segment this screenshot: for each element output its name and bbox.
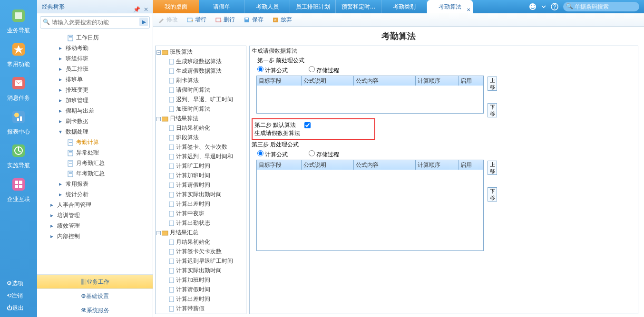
tree-branch[interactable]: ▸员工排班 [37, 64, 153, 74]
algo-folder[interactable]: −班段算法 [156, 47, 246, 57]
addrow-button[interactable]: +增行 [186, 16, 206, 24]
algo-item[interactable]: 计算签卡欠卡次数 [156, 247, 246, 256]
discard-button[interactable]: 放弃 [272, 16, 292, 24]
tree-branch[interactable]: ▸加班管理 [37, 95, 153, 106]
tab[interactable]: 考勤人员 [244, 0, 290, 13]
tab[interactable]: 员工排班计划 [290, 0, 336, 13]
tab[interactable]: 考勤算法✕ [427, 0, 473, 13]
algo-item[interactable]: 计算结算年假 [156, 313, 246, 314]
close-icon[interactable]: ✕ [142, 3, 150, 10]
algo-item[interactable]: 计算加班时间 [156, 171, 246, 180]
tree-branch[interactable]: ▸内部控制 [37, 231, 153, 241]
post-formula-table[interactable]: 目标字段 公式说明 公式内容 计算顺序 启用 [256, 160, 484, 251]
search-go-icon[interactable]: ▶ [139, 18, 148, 26]
algo-item[interactable]: 计算签卡、欠卡次数 [156, 142, 246, 152]
sidebar-footer-biz[interactable]: ▥业务工作 [37, 274, 153, 288]
search-input[interactable] [40, 16, 150, 29]
tree-branch[interactable]: ▸统计分析 [37, 189, 153, 200]
tab[interactable]: 请假单 [199, 0, 244, 13]
move-down-button[interactable]: 下移 [488, 187, 497, 202]
sidebar-footer-sys[interactable]: 🛠系统服务 [37, 303, 153, 317]
minus-icon[interactable]: − [156, 117, 161, 121]
table-body[interactable] [257, 170, 483, 250]
minus-icon[interactable]: − [156, 231, 161, 235]
algo-item[interactable]: 加班时间算法 [156, 104, 246, 114]
algo-item[interactable]: 计算迟到、早退时间和 [156, 152, 246, 161]
delrow-button[interactable]: −删行 [215, 16, 235, 24]
algo-item[interactable]: 计算请假时间 [156, 285, 246, 294]
table-body[interactable] [257, 86, 483, 113]
algo-item[interactable]: 计算实际出勤时间 [156, 190, 246, 199]
close-icon[interactable]: ✕ [467, 3, 470, 17]
algo-item[interactable]: 请假时间算法 [156, 85, 246, 95]
algo-item[interactable]: 班段算法 [156, 133, 246, 142]
tree-leaf[interactable]: 年考勤汇总 [37, 168, 153, 179]
pin-icon[interactable]: 📌 [133, 3, 140, 10]
radio-formula-2-input[interactable] [257, 150, 263, 156]
algo-item[interactable]: 生成请假数据算法 [156, 66, 246, 76]
algo-item[interactable]: 刷卡算法 [156, 76, 246, 85]
help-icon[interactable]: ? [551, 3, 558, 10]
radio-formula-2[interactable]: 计算公式 [257, 151, 288, 158]
radio-formula[interactable]: 计算公式 [257, 67, 288, 74]
algo-folder[interactable]: −日结果算法 [156, 114, 246, 123]
rail-biz-nav[interactable]: 业务导航 [0, 3, 37, 37]
rail-exit[interactable]: ⏻退出 [0, 302, 37, 314]
tree-branch[interactable]: ▸排班单 [37, 74, 153, 85]
rail-impl[interactable]: 实施导航 [0, 138, 37, 172]
radio-proc[interactable]: 存储过程 [309, 67, 339, 74]
save-button[interactable]: 保存 [244, 16, 263, 24]
rail-options[interactable]: ⚙选项 [0, 277, 37, 289]
algorithm-tree[interactable]: −班段算法生成班段数据算法生成请假数据算法刷卡算法请假时间算法迟到、早退、旷工时… [155, 46, 246, 314]
rail-report[interactable]: 报表中心 [0, 104, 37, 138]
algo-item[interactable]: 计算出差时间 [156, 199, 246, 209]
tree-branch[interactable]: ▸常用报表 [37, 179, 153, 189]
tree-leaf[interactable]: 月考勤汇总 [37, 158, 153, 168]
barcode-search-input[interactable] [563, 2, 639, 11]
move-up-button[interactable]: 上移 [488, 77, 497, 91]
rail-common[interactable]: 常用功能 [0, 37, 37, 70]
sidebar-footer-base[interactable]: ⚙基础设置 [37, 288, 153, 303]
tree-leaf[interactable]: 工作日历 [37, 32, 153, 43]
tab[interactable]: 预警和定时… [336, 0, 381, 13]
move-up-button[interactable]: 上移 [488, 161, 497, 175]
chevron-down-icon[interactable] [541, 4, 546, 9]
algo-item[interactable]: 计算旷工时间 [156, 161, 246, 171]
minus-icon[interactable]: − [156, 50, 161, 55]
algo-item[interactable]: 计算迟到早退旷工时间 [156, 256, 246, 266]
tree-branch[interactable]: ▾数据处理 [37, 126, 153, 137]
algo-item[interactable]: 月结果初始化 [156, 237, 246, 247]
tree-branch[interactable]: ▸人事合同管理 [37, 200, 153, 210]
algo-item[interactable]: 日结果初始化 [156, 123, 246, 133]
tree-leaf[interactable]: 异常处理 [37, 147, 153, 158]
algo-item[interactable]: 计算带薪假 [156, 304, 246, 313]
tree-branch[interactable]: ▸假期与出差 [37, 106, 153, 116]
rail-message[interactable]: 消息任务 [0, 70, 37, 104]
default-algo-checkbox[interactable] [304, 122, 311, 128]
rail-logout[interactable]: ⟲注销 [0, 289, 37, 302]
algo-item[interactable]: 迟到、早退、旷工时间 [156, 95, 246, 104]
radio-proc-input[interactable] [309, 66, 315, 72]
algo-item[interactable]: 计算实际出勤时间 [156, 266, 246, 275]
pre-formula-table[interactable]: 目标字段 公式说明 公式内容 计算顺序 启用 [256, 76, 484, 114]
algo-item[interactable]: 计算出勤状态 [156, 218, 246, 228]
tree-branch[interactable]: ▸班组排班 [37, 53, 153, 64]
tree-branch[interactable]: ▸培训管理 [37, 210, 153, 221]
radio-formula-input[interactable] [257, 66, 263, 72]
tab[interactable]: 我的桌面 [153, 0, 199, 13]
tree-branch[interactable]: ▸绩效管理 [37, 221, 153, 231]
rail-ent-link[interactable]: 企业互联 [0, 172, 37, 205]
algo-folder[interactable]: −月结果汇总 [156, 228, 246, 237]
smile-icon[interactable] [529, 3, 537, 10]
tree-branch[interactable]: ▸刷卡数据 [37, 116, 153, 126]
tree-branch[interactable]: ▸移动考勤 [37, 43, 153, 53]
tree-leaf[interactable]: 考勤计算 [37, 137, 153, 147]
algo-item[interactable]: 计算出差时间 [156, 294, 246, 304]
radio-proc-2-input[interactable] [309, 150, 315, 156]
algo-item[interactable]: 计算请假时间 [156, 180, 246, 190]
algo-item[interactable]: 计算加班时间 [156, 275, 246, 285]
tree-branch[interactable]: ▸排班变更 [37, 85, 153, 95]
radio-proc-2[interactable]: 存储过程 [309, 151, 339, 158]
tab[interactable]: 考勤类别 [381, 0, 427, 13]
algo-item[interactable]: 生成班段数据算法 [156, 57, 246, 66]
